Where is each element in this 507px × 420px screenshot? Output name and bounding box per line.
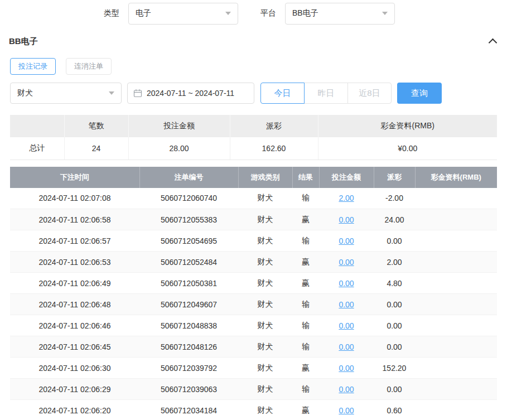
chevron-down-icon bbox=[109, 91, 114, 95]
game-category-cell: 财犬 bbox=[238, 209, 292, 230]
chevron-up-icon[interactable] bbox=[489, 38, 498, 47]
bonus-cell bbox=[415, 358, 497, 379]
bet-amount-cell: 2.00 bbox=[319, 188, 374, 209]
tab-void-orders[interactable]: 连消注单 bbox=[66, 58, 112, 75]
tab-bet-records[interactable]: 投注记录 bbox=[10, 58, 56, 75]
bet-amount-link[interactable]: 0.00 bbox=[339, 258, 354, 267]
section-title: BB电子 bbox=[9, 36, 38, 47]
col-header-time: 下注时间 bbox=[10, 167, 139, 188]
col-header-bet: 投注金额 bbox=[319, 167, 374, 188]
table-row: 2024-07-11 02:06:45 5060712048126 财犬 输 0… bbox=[10, 336, 497, 358]
summary-total-bonus: ¥0.00 bbox=[318, 137, 497, 160]
type-select-value: 电子 bbox=[136, 8, 151, 18]
bet-time-cell: 2024-07-11 02:06:48 bbox=[10, 294, 139, 315]
bet-amount-link[interactable]: 0.00 bbox=[339, 321, 354, 330]
platform-select[interactable]: BB电子 bbox=[285, 3, 395, 25]
bet-time-cell: 2024-07-11 02:06:20 bbox=[10, 400, 139, 420]
bet-amount-link[interactable]: 0.00 bbox=[339, 279, 354, 288]
summary-header-count: 笔数 bbox=[64, 115, 128, 137]
game-select[interactable]: 财犬 bbox=[10, 83, 122, 104]
records-header-row: 下注时间 注单编号 游戏类别 结果 投注金额 派彩 彩金资料(RMB) bbox=[10, 167, 497, 188]
payout-cell: -2.00 bbox=[374, 188, 415, 209]
bet-amount-link[interactable]: 2.00 bbox=[339, 194, 354, 202]
bet-amount-cell: 0.00 bbox=[319, 379, 374, 400]
bet-amount-link[interactable]: 0.00 bbox=[339, 236, 354, 245]
yesterday-button[interactable]: 昨日 bbox=[304, 83, 348, 104]
type-label: 类型 bbox=[104, 8, 119, 18]
bet-time-cell: 2024-07-11 02:06:53 bbox=[10, 252, 139, 273]
bet-amount-link[interactable]: 0.00 bbox=[339, 215, 354, 224]
result-cell: 赢 bbox=[292, 400, 319, 420]
tabs: 投注记录 连消注单 bbox=[0, 58, 507, 75]
bet-time-cell: 2024-07-11 02:06:30 bbox=[10, 358, 139, 379]
bonus-cell bbox=[415, 273, 497, 294]
bet-amount-cell: 0.00 bbox=[319, 336, 374, 358]
quick-range-group: 今日 昨日 近8日 bbox=[260, 83, 392, 104]
payout-cell: 24.00 bbox=[374, 209, 415, 230]
bonus-cell bbox=[415, 379, 497, 400]
summary-header-blank bbox=[10, 115, 64, 137]
page: 类型 电子 平台 BB电子 BB电子 投注记录 连消注单 财犬 bbox=[0, 0, 507, 420]
bonus-cell bbox=[415, 336, 497, 358]
bet-time-cell: 2024-07-11 02:06:29 bbox=[10, 379, 139, 400]
game-select-value: 财犬 bbox=[17, 88, 33, 98]
bet-time-cell: 2024-07-11 02:06:49 bbox=[10, 273, 139, 294]
today-button[interactable]: 今日 bbox=[260, 83, 305, 104]
table-row: 2024-07-11 02:06:58 5060712055383 财犬 赢 0… bbox=[10, 209, 497, 230]
summary-header-bonus: 彩金资料(RMB) bbox=[318, 115, 497, 137]
bet-time-cell: 2024-07-11 02:06:46 bbox=[10, 315, 139, 336]
result-cell: 赢 bbox=[292, 209, 319, 230]
chevron-down-icon bbox=[382, 12, 388, 15]
result-cell: 输 bbox=[292, 379, 319, 400]
result-cell: 赢 bbox=[292, 358, 319, 379]
result-cell: 输 bbox=[292, 188, 319, 209]
top-filter-bar: 类型 电子 平台 BB电子 bbox=[0, 0, 507, 27]
order-number-cell: 5060712055383 bbox=[139, 209, 238, 230]
query-button[interactable]: 查询 bbox=[397, 83, 442, 104]
payout-cell: 2.00 bbox=[374, 252, 415, 273]
bonus-cell bbox=[415, 209, 497, 230]
summary-table: 笔数 投注金额 派彩 彩金资料(RMB) 总计 24 28.00 162.60 … bbox=[10, 115, 497, 160]
date-range-picker[interactable]: 2024-07-11 ~ 2024-07-11 bbox=[127, 83, 254, 104]
payout-cell: 0.00 bbox=[374, 379, 415, 400]
col-header-order: 注单编号 bbox=[139, 167, 238, 188]
table-row: 2024-07-11 02:06:29 5060712039063 财犬 输 0… bbox=[10, 379, 497, 400]
type-select[interactable]: 电子 bbox=[128, 3, 238, 25]
bet-time-cell: 2024-07-11 02:06:45 bbox=[10, 336, 139, 358]
order-number-cell: 5060712049607 bbox=[139, 294, 238, 315]
col-header-bonus: 彩金资料(RMB) bbox=[415, 167, 497, 188]
bet-amount-link[interactable]: 0.00 bbox=[339, 385, 354, 394]
table-row: 2024-07-11 02:06:53 5060712052484 财犬 赢 0… bbox=[10, 252, 497, 273]
bet-amount-link[interactable]: 0.00 bbox=[339, 364, 354, 373]
game-category-cell: 财犬 bbox=[238, 252, 292, 273]
bet-amount-link[interactable]: 0.00 bbox=[339, 300, 354, 309]
game-category-cell: 财犬 bbox=[238, 358, 292, 379]
result-cell: 赢 bbox=[292, 252, 319, 273]
result-cell: 输 bbox=[292, 315, 319, 336]
col-header-result: 结果 bbox=[292, 167, 319, 188]
bet-time-cell: 2024-07-11 02:06:57 bbox=[10, 230, 139, 252]
game-category-cell: 财犬 bbox=[238, 379, 292, 400]
records-table: 下注时间 注单编号 游戏类别 结果 投注金额 派彩 彩金资料(RMB) 2024… bbox=[10, 167, 497, 420]
order-number-cell: 5060712039063 bbox=[139, 379, 238, 400]
order-number-cell: 5060712060740 bbox=[139, 188, 238, 209]
table-row: 2024-07-11 02:06:48 5060712049607 财犬 输 0… bbox=[10, 294, 497, 315]
bet-amount-cell: 0.00 bbox=[319, 358, 374, 379]
result-cell: 输 bbox=[292, 294, 319, 315]
bet-amount-cell: 0.00 bbox=[319, 315, 374, 336]
game-category-cell: 财犬 bbox=[238, 400, 292, 420]
platform-label: 平台 bbox=[260, 8, 276, 18]
payout-cell: 0.00 bbox=[374, 315, 415, 336]
result-cell: 输 bbox=[292, 230, 319, 252]
payout-cell: 0.60 bbox=[374, 400, 415, 420]
bet-amount-link[interactable]: 0.00 bbox=[339, 406, 354, 415]
bet-amount-cell: 0.00 bbox=[319, 400, 374, 420]
platform-select-value: BB电子 bbox=[292, 8, 318, 18]
bet-time-cell: 2024-07-11 02:07:08 bbox=[10, 188, 139, 209]
last-8-days-button[interactable]: 近8日 bbox=[347, 83, 392, 104]
result-cell: 输 bbox=[292, 336, 319, 358]
bet-amount-link[interactable]: 0.00 bbox=[339, 342, 354, 351]
table-row: 2024-07-11 02:06:20 5060712034184 财犬 赢 0… bbox=[10, 400, 497, 420]
bet-amount-cell: 0.00 bbox=[319, 209, 374, 230]
summary-total-label: 总计 bbox=[10, 137, 64, 160]
